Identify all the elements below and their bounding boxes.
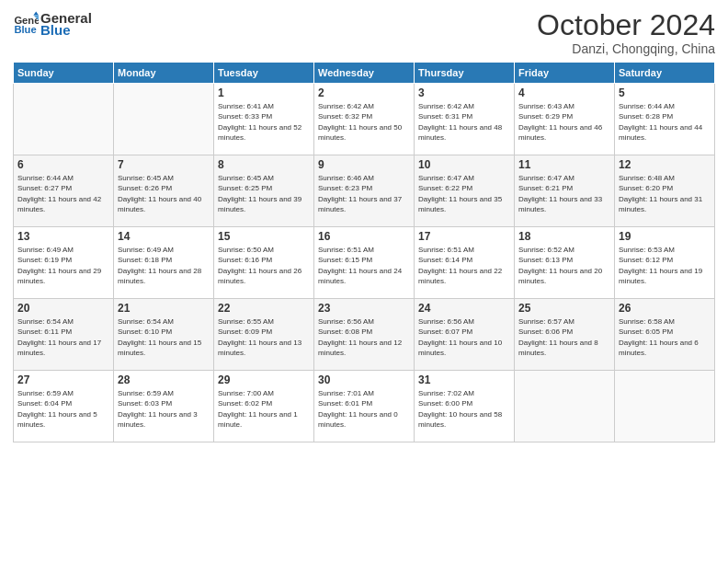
day-number: 8 xyxy=(218,158,310,171)
calendar-cell: 6Sunrise: 6:44 AM Sunset: 6:27 PM Daylig… xyxy=(14,155,114,227)
day-info: Sunrise: 6:59 AM Sunset: 6:03 PM Dayligh… xyxy=(118,388,210,430)
calendar-cell: 21Sunrise: 6:54 AM Sunset: 6:10 PM Dayli… xyxy=(114,299,214,371)
day-number: 26 xyxy=(619,302,711,315)
day-info: Sunrise: 6:54 AM Sunset: 6:11 PM Dayligh… xyxy=(17,316,109,358)
calendar-row: 27Sunrise: 6:59 AM Sunset: 6:04 PM Dayli… xyxy=(14,371,715,442)
calendar-row: 6Sunrise: 6:44 AM Sunset: 6:27 PM Daylig… xyxy=(14,155,715,227)
calendar-cell: 9Sunrise: 6:46 AM Sunset: 6:23 PM Daylig… xyxy=(314,155,415,227)
day-number: 18 xyxy=(518,230,610,243)
day-info: Sunrise: 6:53 AM Sunset: 6:12 PM Dayligh… xyxy=(619,245,711,286)
day-number: 24 xyxy=(418,302,510,315)
day-info: Sunrise: 6:46 AM Sunset: 6:23 PM Dayligh… xyxy=(318,173,410,214)
day-info: Sunrise: 6:51 AM Sunset: 6:14 PM Dayligh… xyxy=(418,245,510,286)
day-info: Sunrise: 6:49 AM Sunset: 6:18 PM Dayligh… xyxy=(118,245,210,286)
day-info: Sunrise: 6:56 AM Sunset: 6:07 PM Dayligh… xyxy=(418,316,510,358)
weekday-header: Monday xyxy=(114,63,214,84)
calendar-cell: 31Sunrise: 7:02 AM Sunset: 6:00 PM Dayli… xyxy=(415,371,515,442)
day-number: 11 xyxy=(518,158,610,171)
day-info: Sunrise: 6:48 AM Sunset: 6:20 PM Dayligh… xyxy=(619,173,711,214)
calendar-cell: 30Sunrise: 7:01 AM Sunset: 6:01 PM Dayli… xyxy=(314,371,415,442)
calendar-cell xyxy=(14,84,114,155)
day-info: Sunrise: 6:56 AM Sunset: 6:08 PM Dayligh… xyxy=(318,316,410,358)
day-info: Sunrise: 6:55 AM Sunset: 6:09 PM Dayligh… xyxy=(218,316,310,358)
svg-marker-2 xyxy=(33,11,39,15)
calendar-cell: 28Sunrise: 6:59 AM Sunset: 6:03 PM Dayli… xyxy=(114,371,214,442)
calendar-cell xyxy=(515,371,615,442)
day-number: 3 xyxy=(418,86,510,99)
day-number: 19 xyxy=(619,230,711,243)
day-number: 2 xyxy=(318,86,410,99)
calendar-cell: 15Sunrise: 6:50 AM Sunset: 6:16 PM Dayli… xyxy=(214,227,314,299)
calendar-cell: 27Sunrise: 6:59 AM Sunset: 6:04 PM Dayli… xyxy=(14,371,114,442)
calendar-cell: 13Sunrise: 6:49 AM Sunset: 6:19 PM Dayli… xyxy=(14,227,114,299)
logo: General Blue General Blue xyxy=(13,9,92,37)
calendar-cell: 7Sunrise: 6:45 AM Sunset: 6:26 PM Daylig… xyxy=(114,155,214,227)
calendar-cell: 24Sunrise: 6:56 AM Sunset: 6:07 PM Dayli… xyxy=(415,299,515,371)
weekday-header: Thursday xyxy=(415,63,515,84)
calendar-cell: 11Sunrise: 6:47 AM Sunset: 6:21 PM Dayli… xyxy=(515,155,615,227)
day-info: Sunrise: 6:58 AM Sunset: 6:05 PM Dayligh… xyxy=(619,316,711,358)
calendar-cell xyxy=(114,84,214,155)
day-number: 14 xyxy=(118,230,210,243)
calendar-cell: 22Sunrise: 6:55 AM Sunset: 6:09 PM Dayli… xyxy=(214,299,314,371)
day-info: Sunrise: 6:42 AM Sunset: 6:31 PM Dayligh… xyxy=(418,101,510,143)
calendar-cell: 12Sunrise: 6:48 AM Sunset: 6:20 PM Dayli… xyxy=(615,155,715,227)
day-number: 16 xyxy=(318,230,410,243)
day-info: Sunrise: 6:45 AM Sunset: 6:26 PM Dayligh… xyxy=(118,173,210,214)
day-info: Sunrise: 6:54 AM Sunset: 6:10 PM Dayligh… xyxy=(118,316,210,358)
day-number: 10 xyxy=(418,158,510,171)
calendar-row: 13Sunrise: 6:49 AM Sunset: 6:19 PM Dayli… xyxy=(14,227,715,299)
weekday-header: Wednesday xyxy=(314,63,415,84)
day-info: Sunrise: 7:02 AM Sunset: 6:00 PM Dayligh… xyxy=(418,388,510,430)
day-number: 25 xyxy=(518,302,610,315)
day-number: 20 xyxy=(17,302,109,315)
day-info: Sunrise: 6:47 AM Sunset: 6:22 PM Dayligh… xyxy=(418,173,510,214)
day-number: 31 xyxy=(418,373,510,386)
day-number: 9 xyxy=(318,158,410,171)
day-info: Sunrise: 6:52 AM Sunset: 6:13 PM Dayligh… xyxy=(518,245,610,286)
day-info: Sunrise: 6:45 AM Sunset: 6:25 PM Dayligh… xyxy=(218,173,310,214)
day-number: 12 xyxy=(619,158,711,171)
calendar-cell: 26Sunrise: 6:58 AM Sunset: 6:05 PM Dayli… xyxy=(615,299,715,371)
day-number: 21 xyxy=(118,302,210,315)
calendar-cell: 2Sunrise: 6:42 AM Sunset: 6:32 PM Daylig… xyxy=(314,84,415,155)
day-number: 1 xyxy=(218,86,310,99)
weekday-header: Tuesday xyxy=(214,63,314,84)
calendar-cell: 29Sunrise: 7:00 AM Sunset: 6:02 PM Dayli… xyxy=(214,371,314,442)
calendar-cell: 23Sunrise: 6:56 AM Sunset: 6:08 PM Dayli… xyxy=(314,299,415,371)
day-info: Sunrise: 6:51 AM Sunset: 6:15 PM Dayligh… xyxy=(318,245,410,286)
day-info: Sunrise: 6:59 AM Sunset: 6:04 PM Dayligh… xyxy=(17,388,109,430)
day-info: Sunrise: 6:44 AM Sunset: 6:28 PM Dayligh… xyxy=(619,101,711,143)
title-block: October 2024 Danzi, Chongqing, China xyxy=(537,9,715,56)
calendar-row: 20Sunrise: 6:54 AM Sunset: 6:11 PM Dayli… xyxy=(14,299,715,371)
day-number: 27 xyxy=(17,373,109,386)
day-number: 30 xyxy=(318,373,410,386)
day-info: Sunrise: 6:43 AM Sunset: 6:29 PM Dayligh… xyxy=(518,101,610,143)
day-info: Sunrise: 7:01 AM Sunset: 6:01 PM Dayligh… xyxy=(318,388,410,430)
day-number: 5 xyxy=(619,86,711,99)
day-info: Sunrise: 6:44 AM Sunset: 6:27 PM Dayligh… xyxy=(17,173,109,214)
calendar-cell xyxy=(615,371,715,442)
svg-text:Blue: Blue xyxy=(14,24,36,35)
calendar-cell: 17Sunrise: 6:51 AM Sunset: 6:14 PM Dayli… xyxy=(415,227,515,299)
weekday-header: Sunday xyxy=(14,63,114,84)
day-number: 28 xyxy=(118,373,210,386)
weekday-header: Friday xyxy=(515,63,615,84)
calendar-cell: 20Sunrise: 6:54 AM Sunset: 6:11 PM Dayli… xyxy=(14,299,114,371)
calendar-cell: 4Sunrise: 6:43 AM Sunset: 6:29 PM Daylig… xyxy=(515,84,615,155)
calendar-cell: 3Sunrise: 6:42 AM Sunset: 6:31 PM Daylig… xyxy=(415,84,515,155)
calendar-cell: 8Sunrise: 6:45 AM Sunset: 6:25 PM Daylig… xyxy=(214,155,314,227)
page-header: General Blue General Blue October 2024 D… xyxy=(13,9,715,56)
day-number: 22 xyxy=(218,302,310,315)
calendar-cell: 1Sunrise: 6:41 AM Sunset: 6:33 PM Daylig… xyxy=(214,84,314,155)
day-number: 4 xyxy=(518,86,610,99)
calendar-table: SundayMondayTuesdayWednesdayThursdayFrid… xyxy=(13,62,715,442)
calendar-cell: 18Sunrise: 6:52 AM Sunset: 6:13 PM Dayli… xyxy=(515,227,615,299)
header-row: SundayMondayTuesdayWednesdayThursdayFrid… xyxy=(14,63,715,84)
day-info: Sunrise: 6:50 AM Sunset: 6:16 PM Dayligh… xyxy=(218,245,310,286)
day-info: Sunrise: 6:47 AM Sunset: 6:21 PM Dayligh… xyxy=(518,173,610,214)
calendar-cell: 25Sunrise: 6:57 AM Sunset: 6:06 PM Dayli… xyxy=(515,299,615,371)
weekday-header: Saturday xyxy=(615,63,715,84)
day-info: Sunrise: 6:41 AM Sunset: 6:33 PM Dayligh… xyxy=(218,101,310,143)
calendar-row: 1Sunrise: 6:41 AM Sunset: 6:33 PM Daylig… xyxy=(14,84,715,155)
